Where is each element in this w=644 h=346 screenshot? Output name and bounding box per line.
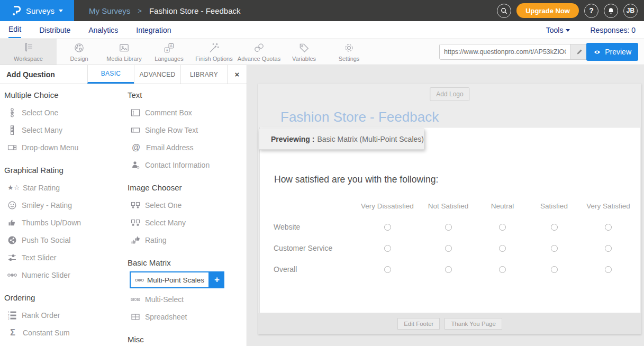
toolbar-languages[interactable]: A ★ Languages [147, 39, 192, 65]
edit-footer-button[interactable]: Edit Footer [397, 318, 440, 330]
qtype-text-slider[interactable]: Text Slider [0, 249, 123, 266]
qtype-single-row-text[interactable]: Single Row Text [123, 121, 247, 139]
radio-customer-service-3[interactable] [499, 245, 506, 252]
survey-url-input[interactable] [440, 44, 570, 59]
qtype-comment-box[interactable]: Comment Box [123, 104, 247, 121]
qtype-star-rating[interactable]: ★☆ Star Rating [0, 179, 123, 196]
toolbar-settings[interactable]: Settings [326, 39, 371, 65]
radio-customer-service-5[interactable] [605, 245, 612, 252]
tab-advanced[interactable]: ADVANCED [134, 65, 180, 84]
breadcrumb-separator: > [138, 7, 142, 15]
preview-footer: Edit Footer Thank You Page [258, 313, 641, 334]
qtype-spreadsheet[interactable]: Spreadsheet [123, 308, 247, 325]
qtype-contact-information[interactable]: Contact Information [123, 156, 247, 174]
qtype-numeric-slider[interactable]: Numeric Slider [0, 266, 123, 284]
qtype-label: Drop-down Menu [22, 143, 78, 152]
image-checkbox-icon [131, 218, 140, 227]
toolbar-design[interactable]: Design [57, 39, 102, 65]
radio-overall-3[interactable] [499, 266, 506, 273]
qtype-push-to-social[interactable]: Push To Social [0, 231, 123, 249]
responses-count[interactable]: Responses: 0 [590, 26, 636, 34]
main-area: Add Question BASIC ADVANCED LIBRARY × Mu… [0, 65, 644, 346]
radio-overall-1[interactable] [384, 266, 391, 273]
tools-menu[interactable]: Tools [546, 26, 570, 34]
toolbar-label: Advance Quotas [238, 56, 280, 62]
radio-website-4[interactable] [551, 224, 558, 231]
search-icon [500, 7, 508, 15]
qtype-dropdown-menu[interactable]: Drop-down Menu [0, 139, 123, 156]
qtype-rank-order[interactable]: 1 2 3 Rank Order [0, 306, 123, 324]
chain-links-icon [253, 42, 265, 54]
tab-edit[interactable]: Edit [8, 25, 21, 38]
notifications-button[interactable] [604, 4, 618, 18]
group-image-chooser: Image Chooser [128, 183, 247, 192]
toolbar-label: Variables [292, 56, 316, 62]
radio-website-1[interactable] [384, 224, 391, 231]
questionpro-logo-icon [11, 5, 22, 16]
tab-integration[interactable]: Integration [136, 26, 171, 38]
qtype-cutoff-item[interactable] [0, 341, 123, 346]
qtype-thumbs-up-down[interactable]: Thumbs Up/Down [0, 214, 123, 231]
qtype-image-rating[interactable]: Rating [123, 231, 247, 249]
radio-overall-5[interactable] [605, 266, 612, 273]
help-button[interactable]: ? [584, 4, 598, 18]
close-panel-button[interactable]: × [227, 65, 247, 84]
scale-points-icon [135, 276, 144, 285]
toolbar-variables[interactable]: Variables [282, 39, 326, 65]
qtype-label: Multi-Select [145, 295, 184, 304]
preview-button[interactable]: Preview [586, 43, 638, 61]
radio-website-2[interactable] [445, 224, 452, 231]
radio-customer-service-4[interactable] [551, 245, 558, 252]
dropdown-icon [7, 143, 17, 152]
bell-icon [607, 7, 615, 15]
edit-url-button[interactable] [570, 44, 588, 59]
radio-customer-service-1[interactable] [384, 245, 391, 252]
toolbar-media-library[interactable]: Media Library [102, 39, 147, 65]
qtype-email-address[interactable]: @ Email Address [123, 139, 247, 156]
thank-you-page-button[interactable]: Thank You Page [445, 318, 502, 330]
survey-nav: Edit Distribute Analytics Integration To… [0, 21, 644, 39]
qtype-label: Thumbs Up/Down [22, 218, 81, 227]
smiley-icon [7, 201, 17, 210]
matrix-col-header: Very Satisfied [580, 195, 636, 216]
toolbar-workspace[interactable]: Workspace [0, 39, 57, 65]
survey-title[interactable]: Fashion Store - Feedback [280, 109, 439, 125]
question-types-column-1: Multiple Choice Select One Select Many [0, 84, 123, 346]
radio-overall-4[interactable] [551, 266, 558, 273]
radio-customer-service-2[interactable] [445, 245, 452, 252]
add-question-type-button[interactable]: + [210, 271, 224, 288]
radio-overall-2[interactable] [445, 266, 452, 273]
product-name: Surveys [26, 6, 55, 15]
upgrade-now-button[interactable]: Upgrade Now [516, 3, 579, 18]
tab-basic[interactable]: BASIC [87, 65, 134, 84]
scale-points-icon [7, 270, 17, 280]
user-avatar[interactable]: JB [623, 4, 638, 18]
qtype-label: Single Row Text [145, 126, 198, 134]
panel-body: Multiple Choice Select One Select Many [0, 84, 247, 346]
toolbar-advance-quotas[interactable]: Advance Quotas [237, 39, 282, 65]
add-logo-button[interactable]: Add Logo [430, 87, 469, 101]
tab-distribute[interactable]: Distribute [39, 26, 70, 38]
matrix-row-label: Overall [274, 259, 356, 280]
qtype-image-select-many[interactable]: Select Many [123, 214, 247, 231]
comment-box-icon [131, 108, 140, 117]
qtype-multi-select[interactable]: Multi-Select [123, 290, 247, 308]
toolbar-label: Finish Options [195, 56, 232, 62]
preview-label: Preview [605, 48, 631, 56]
radio-website-5[interactable] [605, 224, 612, 231]
tab-library[interactable]: LIBRARY [180, 65, 227, 84]
qtype-constant-sum[interactable]: Σ Constant Sum [0, 324, 123, 341]
tab-analytics[interactable]: Analytics [88, 26, 118, 38]
qtype-select-many[interactable]: Select Many [0, 121, 123, 139]
qtype-image-select-one[interactable]: Select One [123, 196, 247, 214]
breadcrumb-my-surveys[interactable]: My Surveys [89, 6, 130, 15]
qtype-select-one[interactable]: Select One [0, 104, 123, 121]
qtype-smiley-rating[interactable]: Smiley - Rating [0, 196, 123, 214]
qtype-multi-point-scales-selected[interactable]: Multi-Point Scales [130, 271, 210, 288]
search-button[interactable] [497, 4, 511, 18]
toolbar-finish-options[interactable]: Finish Options [192, 39, 237, 65]
radio-website-3[interactable] [499, 224, 506, 231]
product-switcher[interactable]: Surveys [0, 0, 74, 21]
question-text: How satisfied are you with the following… [274, 174, 438, 185]
grid-icon [131, 312, 140, 322]
